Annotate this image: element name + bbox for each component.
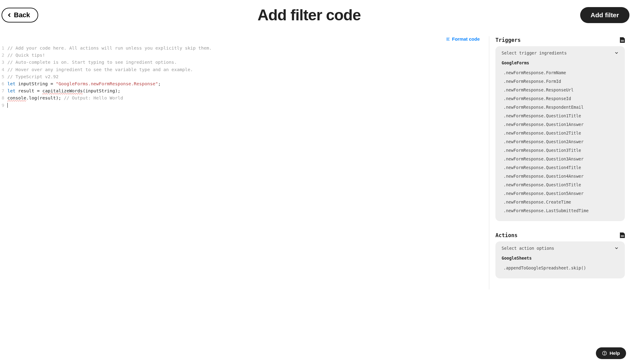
line-number: 1 — [0, 45, 7, 52]
add-filter-button[interactable]: Add filter — [580, 7, 629, 23]
code-line[interactable]: // Add your code here. All actions will … — [7, 45, 212, 52]
trigger-ingredient-item[interactable]: .newFormResponse.Question1Answer — [502, 120, 619, 129]
code-line[interactable]: let result = capitalizeWords(inputString… — [7, 87, 120, 95]
trigger-ingredient-item[interactable]: .newFormResponse.Question3Title — [502, 146, 619, 155]
back-button-label: Back — [14, 11, 30, 19]
line-number: 6 — [0, 80, 7, 87]
format-icon — [446, 37, 450, 41]
triggers-heading: Triggers — [495, 37, 521, 43]
actions-heading: Actions — [495, 232, 518, 238]
line-number: 2 — [0, 52, 7, 59]
code-line[interactable]: // Auto-complete is on. Start typing to … — [7, 59, 177, 66]
trigger-ingredient-item[interactable]: .newFormResponse.CreateTime — [502, 198, 619, 206]
trigger-select-label: Select trigger ingredients — [502, 51, 567, 55]
code-line[interactable]: let inputString = "GoogleForms.newFormRe… — [7, 80, 161, 87]
code-line[interactable]: console.log(result); // Output: Hello Wo… — [7, 95, 123, 102]
chevron-down-icon — [614, 246, 619, 250]
trigger-ingredient-item[interactable]: .newFormResponse.Question2Title — [502, 129, 619, 137]
line-number: 3 — [0, 59, 7, 66]
format-code-label: Format code — [452, 36, 480, 42]
format-code-link[interactable]: Format code — [0, 36, 483, 42]
code-editor-pane: Format code 1// Add your code here. All … — [0, 36, 489, 289]
trigger-ingredient-item[interactable]: .newFormResponse.FormName — [502, 68, 619, 77]
trigger-ingredient-item[interactable]: .newFormResponse.ResponseId — [502, 94, 619, 103]
code-line[interactable]: // TypeScript v2.92 — [7, 73, 59, 80]
triggers-panel: Select trigger ingredients GoogleForms .… — [495, 46, 625, 221]
trigger-ingredient-item[interactable]: .newFormResponse.Question4Title — [502, 163, 619, 172]
text-cursor — [7, 103, 8, 108]
trigger-ingredient-item[interactable]: .newFormResponse.RespondentEmail — [502, 103, 619, 111]
action-select-label: Select action options — [502, 246, 554, 251]
page-title: Add filter code — [258, 6, 361, 24]
action-select[interactable]: Select action options — [502, 246, 619, 251]
chevron-left-icon — [6, 12, 12, 18]
line-number: 9 — [0, 102, 7, 109]
trigger-ingredient-item[interactable]: .newFormResponse.Question1Title — [502, 111, 619, 120]
trigger-ingredient-item[interactable]: .newFormResponse.Question3Answer — [502, 155, 619, 163]
back-button[interactable]: Back — [2, 8, 38, 22]
line-number: 5 — [0, 73, 7, 80]
trigger-ingredient-item[interactable]: .newFormResponse.Question5Answer — [502, 189, 619, 198]
actions-panel: Select action options GoogleSheets .appe… — [495, 241, 625, 278]
side-panel: Triggers Select trigger ingredients Goog… — [489, 36, 631, 289]
trigger-ingredient-item[interactable]: .newFormResponse.Question2Answer — [502, 137, 619, 146]
line-number: 8 — [0, 95, 7, 102]
trigger-ingredient-item[interactable]: .newFormResponse.ResponseUrl — [502, 86, 619, 94]
document-icon — [620, 37, 625, 43]
trigger-ingredient-list: .newFormResponse.FormName.newFormRespons… — [502, 68, 619, 215]
trigger-ingredient-item[interactable]: .newFormResponse.FormId — [502, 77, 619, 86]
line-number: 7 — [0, 87, 7, 95]
trigger-ingredient-item[interactable]: .newFormResponse.Question4Answer — [502, 172, 619, 180]
trigger-ingredient-item[interactable]: .newFormResponse.LastSubmittedTime — [502, 206, 619, 215]
action-ingredient-item[interactable]: .appendToGoogleSpreadsheet.skip() — [502, 264, 619, 272]
trigger-select[interactable]: Select trigger ingredients — [502, 51, 619, 55]
code-line[interactable]: // Quick tips! — [7, 52, 45, 59]
chevron-down-icon — [614, 51, 619, 55]
trigger-ingredient-item[interactable]: .newFormResponse.Question5Title — [502, 180, 619, 189]
code-line[interactable] — [7, 102, 8, 109]
line-number: 4 — [0, 66, 7, 73]
document-icon — [620, 233, 625, 238]
action-group-label: GoogleSheets — [502, 256, 619, 261]
trigger-group-label: GoogleForms — [502, 60, 619, 65]
action-ingredient-list: .appendToGoogleSpreadsheet.skip() — [502, 264, 619, 272]
code-editor[interactable]: 1// Add your code here. All actions will… — [0, 45, 483, 109]
code-line[interactable]: // Hover over any ingredient to see the … — [7, 66, 193, 73]
